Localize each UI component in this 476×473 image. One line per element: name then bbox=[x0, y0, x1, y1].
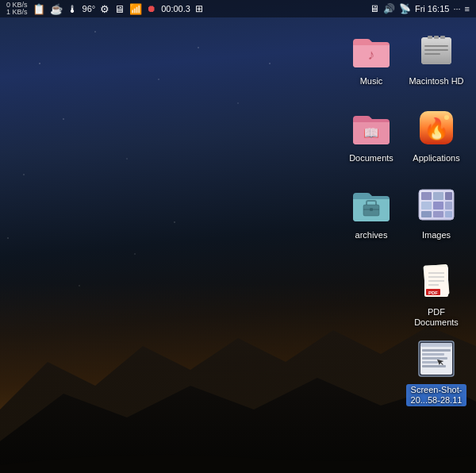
menubar: 0 KB/s1 KB/s 📋 ☕ 🌡 96° ⚙ 🖥 📶 ⏺ 00:00.3 ⊞… bbox=[0, 0, 476, 17]
icon-archives[interactable]: archives bbox=[340, 178, 403, 253]
music-label: Music bbox=[360, 76, 383, 87]
icon-documents[interactable]: 📖 Documents bbox=[340, 101, 403, 176]
svg-text:PDF: PDF bbox=[428, 290, 438, 295]
desktop-icon-grid: ♪ Music bbox=[340, 24, 468, 473]
applications-label: Applications bbox=[413, 153, 459, 163]
menubar-left: 0 KB/s1 KB/s 📋 ☕ 🌡 96° ⚙ 🖥 📶 ⏺ 00:00.3 ⊞ bbox=[6, 2, 367, 16]
svg-rect-9 bbox=[440, 36, 445, 39]
hd-image bbox=[414, 29, 459, 73]
list-icon[interactable]: ≡ bbox=[465, 4, 470, 13]
net-speed-up: 0 KB/s1 KB/s bbox=[6, 2, 28, 16]
documents-folder-image: 📖 bbox=[349, 106, 393, 150]
documents-label: Documents bbox=[349, 153, 393, 163]
svg-rect-7 bbox=[428, 36, 432, 39]
svg-rect-21 bbox=[421, 202, 432, 210]
screenshot-image bbox=[414, 336, 459, 381]
svg-rect-23 bbox=[445, 202, 452, 210]
svg-rect-22 bbox=[433, 202, 443, 210]
temp-value: 96° bbox=[83, 4, 96, 13]
icon-applications[interactable]: 🔥 Applications bbox=[405, 101, 468, 176]
svg-rect-5 bbox=[424, 49, 448, 51]
svg-rect-25 bbox=[433, 211, 443, 217]
svg-rect-42 bbox=[422, 361, 438, 363]
timer-display: 00:00.3 bbox=[161, 4, 190, 13]
screenshot-label: Screen-Shot-20...58-28.11 bbox=[406, 384, 466, 406]
wifi-icon[interactable]: 📶 bbox=[129, 3, 142, 15]
clipboard-icon[interactable]: 📋 bbox=[33, 3, 45, 15]
macintosh-hd-label: Macintosh HD bbox=[409, 76, 463, 87]
pdf-documents-label: PDF Documents bbox=[406, 307, 466, 328]
archives-label: archives bbox=[355, 230, 388, 240]
display-icon[interactable]: 🖥 bbox=[114, 3, 125, 15]
svg-rect-41 bbox=[422, 357, 447, 360]
svg-rect-4 bbox=[424, 45, 448, 47]
images-image bbox=[414, 183, 459, 227]
clock-display: Fri 16:15 bbox=[415, 4, 449, 13]
svg-text:📖: 📖 bbox=[363, 125, 379, 140]
svg-text:♪: ♪ bbox=[368, 47, 375, 63]
svg-rect-20 bbox=[445, 192, 452, 200]
monitor-icon[interactable]: 🖥 bbox=[370, 3, 379, 14]
record-icon[interactable]: ⏺ bbox=[147, 3, 156, 14]
svg-rect-26 bbox=[445, 211, 452, 217]
cpu-icon[interactable]: ⚙ bbox=[100, 3, 109, 15]
menubar-right: 🖥 🔊 📡 Fri 16:15 ··· ≡ bbox=[370, 3, 470, 14]
icon-macintosh-hd[interactable]: Macintosh HD bbox=[405, 24, 468, 99]
coffee-icon[interactable]: ☕ bbox=[50, 3, 63, 15]
more-dots[interactable]: ··· bbox=[453, 4, 460, 13]
icon-images[interactable]: Images bbox=[405, 178, 468, 253]
icon-pdf-documents[interactable]: PDF PDF Documents bbox=[405, 255, 468, 330]
images-label: Images bbox=[422, 230, 451, 240]
grid-icon[interactable]: ⊞ bbox=[195, 3, 203, 14]
svg-rect-18 bbox=[421, 192, 432, 200]
svg-rect-39 bbox=[422, 349, 451, 352]
airdrop-icon[interactable]: 📡 bbox=[399, 3, 411, 14]
applications-image: 🔥 bbox=[414, 106, 459, 150]
svg-rect-43 bbox=[422, 365, 446, 367]
svg-rect-8 bbox=[434, 36, 439, 39]
svg-rect-40 bbox=[422, 353, 444, 356]
svg-point-13 bbox=[444, 115, 449, 120]
svg-rect-24 bbox=[421, 211, 432, 217]
svg-rect-16 bbox=[370, 208, 373, 211]
svg-rect-19 bbox=[433, 192, 443, 200]
svg-rect-6 bbox=[424, 53, 440, 55]
icon-screenshot[interactable]: Screen-Shot-20...58-28.11 bbox=[405, 332, 468, 407]
archives-folder-image bbox=[349, 183, 393, 227]
music-folder-image: ♪ bbox=[349, 29, 393, 73]
volume-icon[interactable]: 🔊 bbox=[383, 3, 395, 14]
icon-music[interactable]: ♪ Music bbox=[340, 24, 403, 99]
droplet-icon[interactable]: 🌡 bbox=[67, 3, 78, 15]
svg-rect-38 bbox=[420, 343, 452, 347]
pdf-image: PDF bbox=[414, 260, 459, 304]
